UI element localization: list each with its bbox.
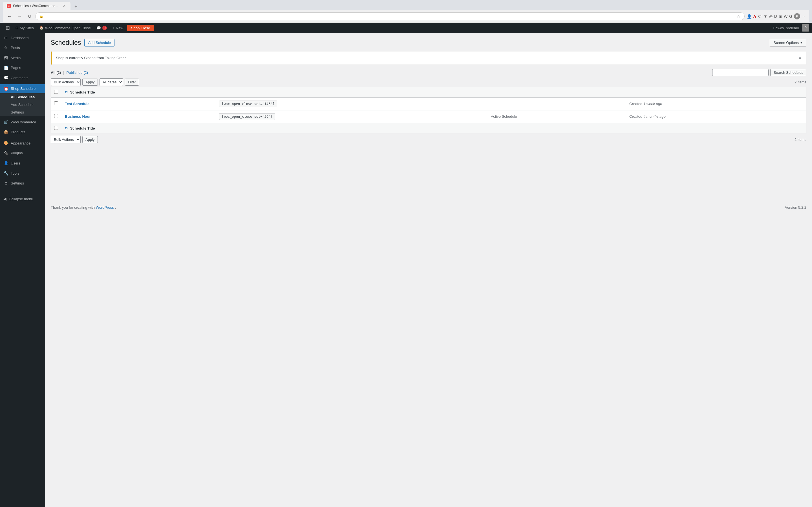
search-schedules-button[interactable]: Search Schedules	[770, 69, 806, 76]
sidebar-item-posts[interactable]: ✎ Posts	[0, 43, 45, 53]
page-header: Schedules Add Schedule Screen Options ▼	[51, 39, 806, 47]
tab-close-icon[interactable]: ✕	[62, 4, 66, 8]
users-label: Users	[11, 161, 20, 166]
filter-bar: All (2) | Published (2) Search Schedules	[51, 69, 806, 76]
forward-button[interactable]: →	[16, 13, 24, 20]
apply-top-button[interactable]: Apply	[82, 78, 98, 86]
settings-label: Settings	[11, 181, 24, 186]
wp-logo-link[interactable]: ⊞	[3, 23, 13, 33]
sidebar-sub-add-schedule[interactable]: Add Schedule	[0, 101, 45, 108]
screen-options-button[interactable]: Screen Options ▼	[770, 39, 806, 47]
g-ext-icon[interactable]: G	[789, 14, 792, 18]
sidebar-item-pages[interactable]: 📄 Pages	[0, 63, 45, 73]
table-row: Business Hour [woc_open_close set="56"] …	[51, 110, 806, 123]
shop-closed-notice: Shop is currently Closed from Taking Ord…	[51, 52, 806, 64]
table-top-toolbar: Bulk Actions Apply All dates Filter 2 it…	[51, 78, 806, 86]
table-bottom-toolbar: Bulk Actions Apply 2 items	[51, 136, 806, 144]
refresh-button[interactable]: ↻	[26, 13, 33, 20]
sidebar-item-comments[interactable]: 💬 Comments	[0, 73, 45, 83]
extension-icon-4[interactable]: ▼	[763, 14, 767, 18]
extension-icon-2[interactable]: A	[753, 14, 756, 18]
filter-button[interactable]: Filter	[125, 78, 139, 86]
extension-icon-5[interactable]: ◎	[769, 14, 772, 18]
chevron-down-icon: ▼	[800, 41, 803, 44]
published-filter-link[interactable]: Published (2)	[66, 70, 88, 75]
sidebar-item-settings[interactable]: ⚙ Settings	[0, 179, 45, 189]
sidebar-item-plugins[interactable]: 🔌 Plugins	[0, 149, 45, 159]
url-input[interactable]: https://demo.pluginbazar.com/woocommerce…	[45, 14, 735, 18]
extension-icon-6[interactable]: D	[774, 14, 777, 18]
plugins-label: Plugins	[11, 151, 23, 156]
add-schedule-button[interactable]: Add Schedule	[84, 39, 114, 47]
row1-shortcode: [woc_open_close set="146"]	[219, 101, 277, 107]
select-all-checkbox[interactable]	[54, 90, 58, 94]
sidebar-item-dashboard[interactable]: ⊞ Dashboard	[0, 33, 45, 43]
footer-select-all-checkbox[interactable]	[54, 126, 58, 130]
woocommerce-label: WooCommerce	[11, 120, 36, 125]
avatar-icon[interactable]: P	[794, 13, 800, 19]
page-title: Schedules	[51, 39, 81, 47]
sidebar-item-woocommerce[interactable]: 🛒 WooCommerce	[0, 117, 45, 127]
admin-avatar[interactable]: P	[802, 24, 809, 32]
sidebar-sub-all-schedules[interactable]: All Schedules	[0, 93, 45, 101]
row2-checkbox[interactable]	[54, 114, 58, 118]
row2-created-time: 4 months ago	[644, 114, 666, 119]
row1-checkbox[interactable]	[54, 101, 58, 105]
wordpress-link[interactable]: WordPress	[96, 205, 114, 210]
pages-label: Pages	[11, 65, 21, 70]
row1-title-link[interactable]: Test Schedule	[65, 102, 89, 106]
date-filter-select[interactable]: All dates	[100, 78, 123, 86]
new-label: New	[116, 26, 123, 30]
schedule-title-header: Schedule Title	[70, 90, 95, 94]
row1-title-cell: Test Schedule	[61, 98, 216, 110]
shop-schedule-submenu: All Schedules Add Schedule Settings	[0, 93, 45, 116]
collapse-menu-link[interactable]: ◀ Collapse menu	[0, 194, 45, 203]
new-content-link[interactable]: + New	[110, 23, 126, 33]
row1-created-text: Created	[629, 102, 642, 106]
star-icon[interactable]: ☆	[737, 14, 741, 18]
sidebar-item-media[interactable]: 🖼 Media	[0, 53, 45, 63]
comments-link[interactable]: 💬 0	[94, 23, 110, 33]
footer-title-icon: ⟳	[65, 126, 68, 130]
apply-bottom-button[interactable]: Apply	[82, 136, 98, 143]
row2-title-link[interactable]: Business Hour	[65, 114, 91, 119]
posts-icon: ✎	[3, 45, 8, 51]
tools-label: Tools	[11, 171, 19, 176]
search-schedules-input[interactable]	[712, 69, 769, 76]
table-header-row: ⟳ Schedule Title	[51, 87, 806, 98]
main-content: Schedules Add Schedule Screen Options ▼ …	[45, 33, 812, 507]
sidebar-item-shop-schedule[interactable]: ⏰ Shop Schedule	[0, 84, 45, 93]
items-count-top: 2 items	[795, 80, 806, 84]
address-bar[interactable]: 🔒 https://demo.pluginbazar.com/woocommer…	[35, 12, 745, 20]
bulk-actions-bottom-select[interactable]: Bulk Actions	[51, 136, 81, 144]
shop-close-button[interactable]: Shop Close	[127, 25, 154, 31]
footer-thank-you-text: Thank you for creating with	[51, 205, 95, 210]
wp-ext-icon[interactable]: W	[784, 14, 788, 18]
sidebar-item-users[interactable]: 👤 Users	[0, 158, 45, 168]
posts-label: Posts	[11, 45, 20, 50]
extension-icon-7[interactable]: ◉	[779, 14, 782, 18]
extension-icon-1[interactable]: 👤	[747, 14, 752, 18]
sidebar-item-tools[interactable]: 🔧 Tools	[0, 168, 45, 179]
table-header-checkbox	[51, 87, 61, 98]
notice-text: Shop is currently Closed from Taking Ord…	[56, 56, 126, 60]
browser-tab-active[interactable]: S Schedules ‹ WooCommerce O... ✕	[3, 2, 70, 10]
row2-title-cell: Business Hour	[61, 110, 216, 123]
site-name-link[interactable]: 🏠 WooCommerce Open Close	[37, 23, 94, 33]
users-icon: 👤	[3, 161, 8, 166]
bulk-actions-top-select[interactable]: Bulk Actions	[51, 78, 81, 86]
sidebar-item-products[interactable]: 📦 Products	[0, 127, 45, 137]
extension-icon-3[interactable]: 🛡	[758, 14, 762, 18]
new-tab-button[interactable]: +	[71, 3, 80, 10]
menu-icon[interactable]: ⋮	[802, 14, 806, 19]
sidebar-item-appearance[interactable]: 🎨 Appearance	[0, 138, 45, 149]
all-filter-link[interactable]: All (2)	[51, 70, 61, 75]
notice-close-button[interactable]: ×	[798, 54, 802, 62]
row2-created-cell: Created 4 months ago	[626, 110, 806, 123]
my-sites-link[interactable]: ⊞ My Sites	[13, 23, 37, 33]
back-button[interactable]: ←	[6, 13, 13, 20]
row1-checkbox-cell	[51, 98, 61, 110]
sidebar-sub-settings[interactable]: Settings	[0, 108, 45, 116]
collapse-icon: ◀	[3, 196, 6, 201]
appearance-icon: 🎨	[3, 140, 8, 146]
